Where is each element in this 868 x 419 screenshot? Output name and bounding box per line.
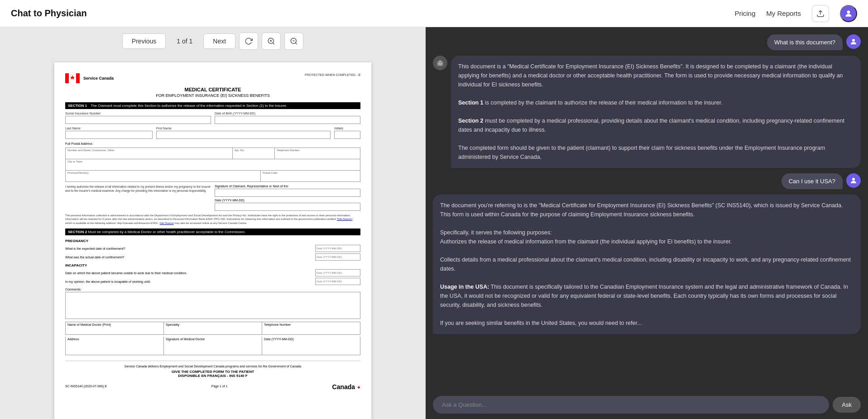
user-message-1: What is this document? [433, 34, 861, 50]
pdf-page: Service Canada PROTECTED WHEN COMPLETED … [54, 62, 371, 419]
sig-claimant-input[interactable] [215, 189, 360, 197]
svg-point-17 [441, 63, 441, 64]
dob-input[interactable] [215, 116, 360, 124]
pricing-link[interactable]: Pricing [734, 10, 755, 17]
section1-desc: The Claimant must complete this Section … [91, 104, 287, 108]
doctor-name-input[interactable] [67, 326, 162, 333]
zoom-out-button[interactable] [284, 33, 303, 50]
next-button[interactable]: Next [203, 33, 235, 49]
svg-line-3 [273, 43, 274, 44]
telephone-input[interactable] [264, 326, 358, 333]
incapacity-date-input[interactable] [315, 269, 360, 276]
chat-panel: What is this document? [426, 27, 868, 419]
province-input[interactable] [67, 174, 259, 181]
rotate-icon [245, 37, 253, 45]
actual-confinement-row: What was the actual date of confinement? [65, 253, 360, 261]
form-number: SC INS5140 (2023-07-006) E [65, 385, 107, 388]
chat-send-button[interactable]: Ask [833, 397, 861, 413]
postal-input[interactable] [263, 174, 358, 181]
initials-label: Initials [334, 127, 360, 130]
first-name-field: First Name [156, 127, 331, 139]
svg-rect-12 [76, 73, 80, 83]
specialty-label: Speciality [166, 323, 260, 326]
pregnancy-title: PREGNANCY [65, 239, 360, 243]
phone-cell: Telephone Number [275, 148, 360, 159]
previous-button[interactable]: Previous [122, 33, 166, 49]
consent-fields: Signature of Claimant, Representative or… [215, 185, 360, 211]
comments-box[interactable] [65, 292, 360, 319]
apt-input[interactable] [235, 152, 273, 158]
svg-rect-15 [439, 61, 441, 62]
svg-point-16 [439, 63, 440, 64]
incapacity-date-row: Date on which the above patient became u… [65, 269, 360, 276]
zoom-out-icon [290, 37, 298, 45]
city-input[interactable] [67, 163, 358, 169]
chat-input-area: Ask [426, 390, 868, 419]
last-name-label: Last Name [65, 127, 153, 130]
street-input[interactable] [67, 152, 230, 158]
svg-rect-9 [65, 73, 69, 83]
export-button[interactable] [812, 5, 829, 22]
expected-confinement-inputs [315, 245, 360, 252]
date-field: Date (YYYY-MM-DD) [215, 199, 360, 211]
sig-field: Signature of Claimant, Representative or… [215, 185, 360, 197]
ai-message-1: This document is a "Medical Certificate … [433, 56, 861, 168]
chat-input[interactable] [433, 396, 829, 414]
date2-cell: Date (YYYY-MM-DD) [262, 337, 360, 355]
service-canada-name: Service Canada [83, 76, 114, 81]
user-icon-1 [849, 38, 858, 46]
my-reports-link[interactable]: My Reports [766, 10, 801, 17]
ai-bubble-1: This document is a "Medical Certificate … [451, 56, 861, 168]
form-bottom-row: SC INS5140 (2023-07-006) E Page 1 of 1 C… [65, 381, 360, 390]
initials-input[interactable] [334, 131, 360, 139]
section2-desc: Must be completed by a Medical Doctor or… [88, 230, 245, 234]
first-name-input[interactable] [156, 131, 331, 139]
svg-rect-14 [437, 62, 443, 66]
user-text-1: What is this document? [774, 39, 835, 46]
city-cell: City or Town [66, 159, 360, 170]
footer-text: Service Canada delivers Employment and S… [65, 365, 360, 368]
user-message-2: Can I use it USA? [433, 173, 861, 189]
date2-label: Date (YYYY-MM-DD) [264, 338, 358, 341]
svg-rect-18 [439, 65, 441, 65]
pdf-panel: Previous 1 of 1 Next [0, 27, 426, 419]
page-indicator-text: 1 of 1 [177, 38, 192, 45]
privacy-text: The personal information collected is ad… [65, 214, 360, 225]
page-indicator: 1 of 1 [169, 34, 200, 48]
user-avatar-button[interactable] [840, 5, 857, 22]
main-content: Previous 1 of 1 Next [0, 27, 868, 419]
province-cell: Province/Territory [66, 171, 261, 181]
zoom-in-button[interactable] [262, 33, 281, 50]
last-name-input[interactable] [65, 131, 153, 139]
page-label: Page 1 of 1 [211, 385, 228, 388]
date-input[interactable] [215, 203, 360, 211]
user-bubble-1: What is this document? [767, 34, 843, 50]
ai-bubble-2: The document you're referring to is the … [433, 195, 861, 334]
pdf-toolbar: Previous 1 of 1 Next [0, 27, 426, 55]
doctor-name-cell: Name of Medical Doctor (Print) [66, 322, 164, 334]
actual-confinement-input[interactable] [315, 253, 360, 261]
pdf-content[interactable]: Service Canada PROTECTED WHEN COMPLETED … [0, 55, 426, 419]
incapacity-title: INCAPACITY [65, 263, 360, 267]
incapacity-opinion-input[interactable] [315, 278, 360, 285]
consent-text: I hereby authorize the release of all in… [65, 185, 211, 211]
name-row: Last Name First Name Initials [65, 127, 360, 139]
phone-input[interactable] [277, 152, 358, 158]
sin-field: Social Insurance Number [65, 112, 211, 124]
rotate-button[interactable] [239, 33, 258, 50]
ai-avatar-1 [433, 56, 447, 70]
telephone-label: Telephone Number [264, 323, 358, 326]
chat-messages: What is this document? [426, 27, 868, 390]
address-label: Address [67, 338, 162, 341]
doctor-grid: Name of Medical Doctor (Print) Specialit… [65, 322, 360, 335]
doctor-name-label: Name of Medical Doctor (Print) [67, 323, 162, 326]
specialty-input[interactable] [166, 326, 260, 333]
export-icon [816, 10, 825, 18]
robot-icon-1 [436, 59, 444, 67]
svg-point-19 [852, 178, 855, 181]
user-avatar-1 [846, 34, 861, 49]
app-header: Chat to Physician Pricing My Reports [0, 0, 868, 27]
dob-label: Date of Birth (YYYY-MM-DD) [215, 112, 360, 115]
expected-confinement-input[interactable] [315, 245, 360, 252]
sin-input[interactable] [65, 116, 211, 124]
